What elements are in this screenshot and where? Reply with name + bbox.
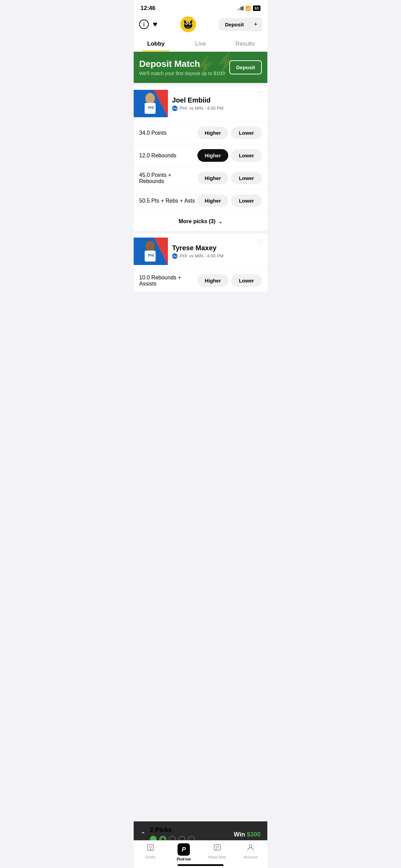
svg-text:PHI: PHI: [173, 255, 177, 257]
pick-row-pts-rebs-embiid: 45.0 Points + Rebounds Higher Lower: [134, 167, 267, 190]
player-info-embiid: Joel Embiid PHI PHI vs MIN - 4:00 PM: [168, 96, 262, 111]
player-info-maxey: Tyrese Maxey PHI PHI vs MIN - 4:00 PM: [168, 244, 262, 259]
status-icons: 📶 63: [237, 5, 260, 11]
svg-point-18: [145, 241, 155, 252]
team-logo-maxey: PHI: [172, 253, 178, 259]
pick-buttons: Higher Lower: [197, 194, 262, 207]
battery-indicator: 63: [253, 5, 260, 11]
svg-text:PHI: PHI: [148, 254, 154, 257]
svg-text:PHI: PHI: [173, 107, 177, 110]
pick-label: 34.0 Points: [139, 130, 197, 136]
player-name-embiid: Joel Embiid: [172, 96, 262, 104]
pick-label: 50.5 Pts + Rebs + Asts: [139, 198, 197, 204]
player-header-maxey: PHI Tyrese Maxey PHI PHI vs MIN - 4:00 P…: [134, 233, 267, 269]
add-button[interactable]: +: [250, 18, 262, 31]
player-card-maxey: PHI Tyrese Maxey PHI PHI vs MIN - 4:00 P…: [134, 233, 267, 292]
pick-buttons: Higher Lower: [197, 172, 262, 184]
favorite-embiid-button[interactable]: ♡: [256, 90, 263, 99]
info-button[interactable]: i: [139, 20, 149, 29]
pick-row-points-embiid: 34.0 Points Higher Lower: [134, 122, 267, 144]
deposit-match-banner: Deposit Match We'll match your first dep…: [134, 52, 267, 83]
player-meta-embiid: PHI PHI vs MIN - 4:00 PM: [172, 106, 262, 111]
favorite-maxey-button[interactable]: ♡: [256, 238, 263, 246]
player-header-embiid: PHI Joel Embiid PHI PHI vs MIN - 4:00 PM…: [134, 86, 267, 122]
signal-icon: [237, 6, 243, 10]
status-time: 12:46: [141, 5, 155, 12]
pick-row-rebounds-embiid: 12.0 Rebounds Higher Lower: [134, 144, 267, 167]
player-meta-maxey: PHI PHI vs MIN - 4:00 PM: [172, 253, 262, 259]
player-card-embiid: PHI Joel Embiid PHI PHI vs MIN - 4:00 PM…: [134, 86, 267, 231]
more-picks-button-embiid[interactable]: More picks (3) ⌄: [134, 212, 267, 231]
pick-buttons: Higher Lower: [197, 126, 262, 139]
player-matchup-embiid: vs MIN - 4:00 PM: [189, 106, 223, 111]
app-header: i ♥ Deposit +: [134, 14, 267, 36]
app-logo: [180, 16, 196, 32]
tab-live[interactable]: Live: [178, 36, 223, 51]
header-actions: Deposit +: [219, 18, 262, 31]
player-matchup-maxey: vs MIN - 4:00 PM: [189, 253, 223, 258]
deposit-button[interactable]: Deposit: [219, 19, 250, 31]
team-logo-embiid: PHI: [172, 106, 178, 111]
tab-bar: Lobby Live Results: [134, 36, 267, 52]
pick-label: 12.0 Rebounds: [139, 153, 197, 159]
header-left: i ♥: [139, 20, 157, 29]
higher-button-pts-rebs[interactable]: Higher: [197, 172, 228, 184]
svg-text:PHI: PHI: [148, 106, 154, 110]
higher-button-points[interactable]: Higher: [197, 126, 228, 139]
main-content: Deposit Match We'll match your first dep…: [134, 52, 267, 340]
wifi-icon: 📶: [245, 6, 251, 11]
higher-button-rebs-asts[interactable]: Higher: [197, 274, 228, 287]
tab-lobby[interactable]: Lobby: [134, 36, 178, 51]
lower-button-rebounds[interactable]: Lower: [231, 149, 262, 162]
player-name-maxey: Tyrese Maxey: [172, 244, 262, 252]
pick-buttons: Higher Lower: [197, 274, 262, 287]
lower-button-combo[interactable]: Lower: [231, 194, 262, 207]
player-team-maxey: PHI: [180, 253, 187, 258]
player-team-embiid: PHI: [180, 106, 187, 111]
higher-button-rebounds[interactable]: Higher: [197, 149, 228, 162]
lower-button-rebs-asts[interactable]: Lower: [231, 274, 262, 287]
svg-point-11: [145, 93, 155, 104]
lower-button-pts-rebs[interactable]: Lower: [231, 172, 262, 184]
favorites-icon[interactable]: ♥: [153, 20, 157, 29]
pick-label: 10.0 Rebounds + Assists: [139, 275, 197, 287]
pick-label: 45.0 Points + Rebounds: [139, 172, 197, 184]
status-bar: 12:46 📶 63: [134, 0, 267, 14]
chevron-down-icon: ⌄: [218, 219, 222, 224]
pick-row-combo-embiid: 50.5 Pts + Rebs + Asts Higher Lower: [134, 190, 267, 212]
pick-buttons: Higher Lower: [197, 149, 262, 162]
player-image-embiid: PHI: [134, 90, 168, 117]
player-image-maxey: PHI: [134, 238, 168, 265]
tab-results[interactable]: Results: [223, 36, 267, 51]
higher-button-combo[interactable]: Higher: [197, 194, 228, 207]
lower-button-points[interactable]: Lower: [231, 126, 262, 139]
pick-row-rebs-asts-maxey: 10.0 Rebounds + Assists Higher Lower: [134, 269, 267, 292]
